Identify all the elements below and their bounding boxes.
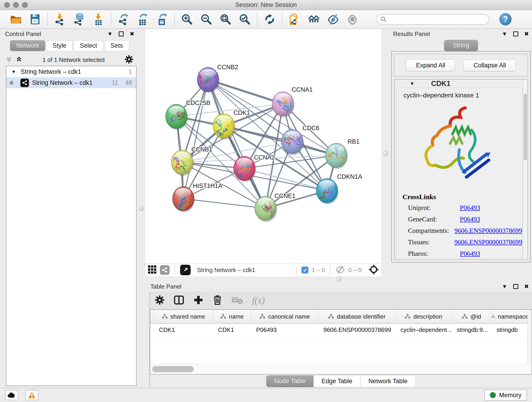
tab-select[interactable]: Select: [74, 40, 103, 51]
save-session-icon[interactable]: [28, 13, 42, 26]
help-icon[interactable]: ?: [499, 13, 512, 26]
panel-menu-icon[interactable]: ▼: [107, 31, 113, 37]
zoom-out-icon[interactable]: [200, 13, 213, 26]
crosslink-link[interactable]: 9606.ENSP00000378699: [454, 227, 522, 235]
splitter-grip-icon[interactable]: [139, 206, 144, 211]
delete-column-icon[interactable]: [213, 295, 222, 306]
results-scrollbar[interactable]: [523, 80, 527, 259]
left-splitter[interactable]: [138, 29, 145, 388]
close-window-icon[interactable]: [4, 2, 10, 8]
panel-close-icon[interactable]: ✖: [524, 284, 529, 289]
tab-node-table[interactable]: Node Table: [266, 375, 313, 387]
network-node-hist1h1a[interactable]: [172, 186, 195, 212]
tab-edge-table[interactable]: Edge Table: [313, 375, 360, 387]
network-node-ccna1[interactable]: [272, 92, 294, 118]
tab-sets[interactable]: Sets: [104, 40, 129, 51]
bottom-splitter[interactable]: [145, 276, 532, 281]
zoom-fit-content-icon[interactable]: [219, 13, 232, 26]
zoom-in-icon[interactable]: [180, 13, 194, 26]
memory-button[interactable]: Memory: [484, 390, 527, 401]
import-network-from-file-icon[interactable]: [53, 13, 67, 26]
network-edge[interactable]: [183, 199, 266, 208]
panel-menu-icon[interactable]: ▼: [502, 31, 507, 37]
crosslink-link[interactable]: P06493: [460, 250, 480, 257]
expand-all-icon[interactable]: [16, 56, 22, 64]
zoom-window-icon[interactable]: [22, 2, 28, 8]
open-session-icon[interactable]: [9, 13, 22, 26]
network-share-icon[interactable]: [160, 265, 170, 275]
search-input[interactable]: [376, 14, 489, 25]
table-horizontal-scrollbar[interactable]: [150, 364, 532, 375]
table-settings-gear-icon[interactable]: [155, 295, 165, 306]
table-cell[interactable]: stringdb:9...: [452, 324, 491, 336]
panel-menu-icon[interactable]: ▼: [502, 284, 507, 289]
show-columns-icon[interactable]: [174, 295, 184, 306]
crosslink-link[interactable]: P06493: [460, 216, 480, 223]
scrollbar-thumb[interactable]: [152, 366, 194, 372]
gear-icon[interactable]: [125, 55, 133, 65]
network-node-cdc25b[interactable]: [166, 104, 188, 130]
table-cell[interactable]: CDK1: [213, 324, 251, 336]
show-all-icon[interactable]: [346, 13, 359, 26]
first-neighbors-icon[interactable]: [307, 13, 321, 26]
column-header-namespace[interactable]: namespace: [491, 310, 529, 323]
warning-button[interactable]: [25, 390, 38, 400]
export-network-icon[interactable]: [117, 13, 130, 26]
clone-network-icon[interactable]: [288, 13, 301, 26]
tab-style[interactable]: Style: [46, 40, 72, 51]
export-table-icon[interactable]: [136, 13, 149, 26]
panel-close-icon[interactable]: ✖: [524, 31, 529, 37]
hide-selected-icon[interactable]: [326, 13, 340, 26]
network-tree-root-row[interactable]: ▼ String Network – cdk1 1: [6, 66, 136, 77]
tab-network-table[interactable]: Network Table: [360, 375, 416, 387]
network-node-cdk1[interactable]: [213, 114, 235, 140]
panel-close-icon[interactable]: ✖: [130, 31, 134, 37]
node-details-header[interactable]: ▼ CDK1: [394, 80, 527, 88]
column-header-shared-name[interactable]: shared name: [154, 310, 213, 323]
birdseye-view-icon[interactable]: [180, 265, 191, 275]
network-node-ccnb2[interactable]: [197, 67, 220, 93]
column-header--id[interactable]: @id: [452, 310, 491, 323]
crosshair-icon[interactable]: [368, 264, 379, 276]
create-column-icon[interactable]: [193, 295, 203, 306]
splitter-grip-icon[interactable]: [383, 151, 388, 156]
network-node-ccne1[interactable]: [255, 196, 277, 222]
table-cell[interactable]: cyclin–dependent ...: [395, 324, 452, 336]
tab-network[interactable]: Network: [10, 40, 45, 51]
tree-expander-icon[interactable]: ▼: [12, 69, 17, 75]
zoom-selected-icon[interactable]: [238, 13, 251, 26]
column-header-database-identifier[interactable]: database identifier: [318, 310, 395, 323]
chevron-down-icon[interactable]: ▼: [410, 81, 415, 87]
scrollbar-thumb[interactable]: [524, 94, 527, 160]
selected-checkbox-icon[interactable]: [302, 267, 308, 274]
network-canvas[interactable]: CCNB2CCNA1CDC25BCDK1CDC6RB1CCNB1CCNA2CDK…: [145, 29, 381, 263]
table-vertical-scrollbar[interactable]: [527, 310, 532, 364]
column-header-name[interactable]: name: [213, 310, 251, 323]
crosslink-link[interactable]: P06493: [460, 204, 480, 211]
cloud-status-button[interactable]: [5, 390, 18, 400]
network-edge[interactable]: [183, 80, 208, 199]
table-cell[interactable]: P06493: [251, 324, 318, 336]
minimize-window-icon[interactable]: [13, 2, 19, 8]
column-header-canonical-name[interactable]: canonical name: [251, 310, 318, 323]
network-node-ccna2[interactable]: [234, 156, 256, 182]
import-table-from-file-icon[interactable]: [92, 13, 105, 26]
grid-view-icon[interactable]: [147, 265, 157, 275]
table-cell[interactable]: CDK1: [154, 324, 213, 336]
panel-float-icon[interactable]: [119, 32, 124, 36]
tab-string[interactable]: String: [444, 40, 478, 51]
table-cell[interactable]: stringdb: [491, 324, 529, 336]
panel-float-icon[interactable]: [513, 32, 518, 36]
network-node-ccnb1[interactable]: [171, 150, 194, 176]
export-image-icon[interactable]: [155, 13, 169, 26]
right-splitter[interactable]: [381, 29, 390, 276]
expand-all-button[interactable]: Expand All: [406, 60, 455, 71]
network-node-cdkn1a[interactable]: [316, 179, 338, 204]
collapse-all-icon[interactable]: [6, 56, 12, 64]
column-header-description[interactable]: description: [395, 310, 452, 323]
refresh-icon[interactable]: [263, 13, 276, 26]
network-node-rb1[interactable]: [326, 143, 348, 169]
crosslink-link[interactable]: 9606.ENSP00000378699: [454, 238, 522, 246]
panel-float-icon[interactable]: [513, 284, 518, 289]
table-row[interactable]: CDK1CDK1P064939606.ENSP00000378699cyclin…: [150, 324, 532, 337]
